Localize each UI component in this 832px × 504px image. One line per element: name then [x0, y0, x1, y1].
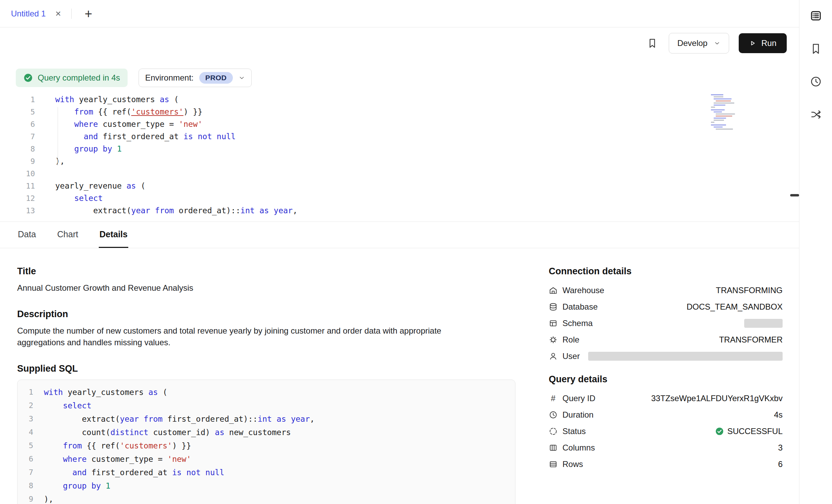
tab-title: Untitled 1 [11, 9, 46, 19]
supplied-sql-block: 1with yearly_customers as (2 select3 ext… [17, 380, 515, 504]
chevron-down-icon [714, 40, 721, 47]
tab-details[interactable]: Details [99, 222, 128, 248]
code-line: 4 count(distinct customer_id) as new_cus… [17, 425, 515, 439]
columns-icon [549, 443, 558, 452]
description-heading: Description [17, 309, 515, 320]
database-row: Database DOCS_TEAM_SANDBOX [549, 299, 783, 315]
success-check-icon [715, 427, 724, 436]
line-number: 8 [0, 145, 35, 153]
rows-label: Rows [562, 459, 583, 469]
tab-chart-label: Chart [57, 229, 78, 239]
tab-divider [71, 9, 72, 19]
line-number: 1 [0, 95, 35, 104]
duration-label: Duration [562, 410, 594, 420]
description-value: Compute the number of new customers and … [17, 325, 446, 348]
line-number: 4 [17, 428, 33, 436]
editor-tab-bar: Untitled 1 × + [0, 0, 799, 27]
status-spinner-icon [549, 427, 558, 436]
code-line: 5 from {{ ref('customers') }} [17, 439, 515, 452]
editor-minimap[interactable] [711, 94, 749, 132]
code-line: 2 select [17, 399, 515, 412]
tab-untitled-1[interactable]: Untitled 1 × [11, 0, 71, 27]
line-number: 3 [17, 415, 33, 423]
schema-redacted-value [744, 319, 783, 328]
status-row: Query completed in 4s Environment: PROD [0, 69, 799, 87]
run-label: Run [761, 38, 776, 48]
query-id-label: Query ID [562, 394, 595, 403]
line-number: 9 [17, 495, 33, 503]
results-tab-bar: Data Chart Details [0, 221, 799, 248]
run-button[interactable]: Run [739, 33, 787, 53]
line-number: 7 [17, 468, 33, 477]
warehouse-icon [549, 286, 558, 295]
tab-chart[interactable]: Chart [57, 222, 79, 248]
sql-editor[interactable]: 1with yearly_customers as (5 from {{ ref… [0, 93, 799, 221]
warehouse-row: Warehouse TRANSFORMING [549, 282, 783, 299]
database-value: DOCS_TEAM_SANDBOX [687, 302, 783, 312]
line-number: 5 [0, 108, 35, 116]
indent-guide [58, 107, 58, 166]
line-number: 11 [0, 182, 35, 190]
duration-value: 4s [774, 410, 783, 420]
user-label: User [562, 351, 580, 361]
bookmark-button[interactable] [645, 36, 659, 50]
code-line: 1with yearly_customers as ( [0, 93, 799, 106]
queue-panel-button[interactable] [808, 8, 823, 23]
app-root: Untitled 1 × + Develop Run Quer [0, 0, 832, 504]
check-circle-icon [23, 73, 33, 83]
columns-label: Columns [562, 443, 595, 453]
database-label: Database [562, 302, 598, 312]
toolbar: Develop Run [0, 27, 799, 59]
warehouse-value: TRANSFORMING [716, 286, 783, 295]
status-row: Status SUCCESSFUL [549, 423, 783, 440]
bookmark-icon [810, 43, 822, 55]
history-clock-icon [810, 75, 822, 88]
code-line: 6 where customer_type = 'new' [0, 118, 799, 130]
duration-row: Duration 4s [549, 407, 783, 423]
chevron-down-icon [238, 74, 245, 81]
details-left-column: Title Annual Customer Growth and Revenue… [17, 266, 515, 504]
play-icon [749, 39, 757, 47]
code-line: 5 from {{ ref('customers') }} [0, 106, 799, 118]
code-line: 3 extract(year from first_ordered_at)::i… [17, 412, 515, 425]
bookmarks-panel-button[interactable] [808, 41, 823, 56]
lineage-panel-button[interactable] [808, 107, 823, 122]
code-line: 8 group by 1 [0, 143, 799, 155]
environment-badge: PROD [199, 72, 233, 84]
warehouse-label: Warehouse [562, 286, 604, 295]
user-redacted-value [588, 352, 783, 361]
code-line: 12 select [0, 192, 799, 204]
editor-scrollbar-thumb[interactable] [790, 194, 799, 196]
code-line: 6 where customer_type = 'new' [17, 452, 515, 466]
schema-icon [549, 319, 558, 328]
new-tab-button[interactable]: + [82, 7, 95, 20]
code-line: 10 [0, 167, 799, 180]
status-value: SUCCESSFUL [715, 427, 783, 436]
line-number: 2 [17, 401, 33, 410]
history-panel-button[interactable] [808, 74, 823, 89]
user-row: User [549, 348, 783, 364]
title-heading: Title [17, 266, 515, 277]
editor-code-area: 1with yearly_customers as (5 from {{ ref… [0, 93, 799, 217]
line-number: 7 [0, 132, 35, 141]
code-line: 7 and first_ordered_at is not null [17, 466, 515, 479]
rows-value: 6 [778, 459, 783, 469]
environment-selector[interactable]: Environment: PROD [139, 69, 252, 87]
query-completed-badge: Query completed in 4s [16, 69, 128, 87]
queue-list-icon [810, 10, 822, 22]
tab-data[interactable]: Data [17, 222, 37, 248]
develop-label: Develop [677, 38, 708, 48]
query-id-row: # Query ID 33TZseWpe1ALFDUYerxR1gVKxbv [549, 390, 783, 407]
code-line: 13 extract(year from ordered_at)::int as… [0, 204, 799, 217]
close-tab-icon[interactable]: × [55, 9, 61, 19]
line-number: 1 [17, 388, 33, 396]
role-row: Role TRANSFORMER [549, 332, 783, 348]
line-number: 10 [0, 169, 35, 178]
connection-details-heading: Connection details [549, 266, 783, 277]
line-number: 8 [17, 481, 33, 490]
line-number: 12 [0, 194, 35, 203]
query-completed-text: Query completed in 4s [38, 73, 120, 83]
user-icon [549, 352, 558, 361]
tab-data-label: Data [18, 229, 36, 239]
develop-dropdown[interactable]: Develop [669, 33, 729, 53]
